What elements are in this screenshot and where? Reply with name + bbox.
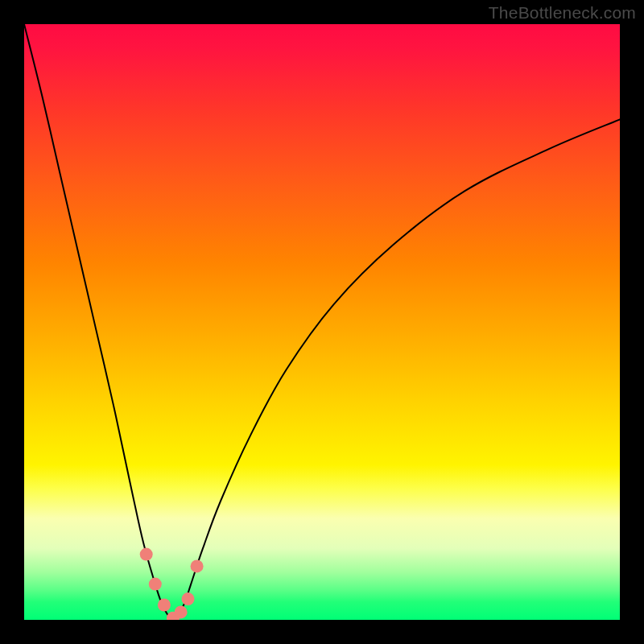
watermark-text: TheBottleneck.com xyxy=(489,3,636,23)
threshold-dot xyxy=(191,559,204,572)
plot-area xyxy=(24,24,620,620)
threshold-dot xyxy=(175,605,188,618)
threshold-dot xyxy=(182,592,195,605)
threshold-markers xyxy=(140,548,204,620)
threshold-dot xyxy=(140,548,153,561)
bottleneck-curve xyxy=(24,24,620,620)
threshold-dot xyxy=(158,599,171,612)
threshold-dot xyxy=(149,578,162,591)
chart-svg xyxy=(24,24,620,620)
chart-frame: TheBottleneck.com xyxy=(0,0,644,644)
